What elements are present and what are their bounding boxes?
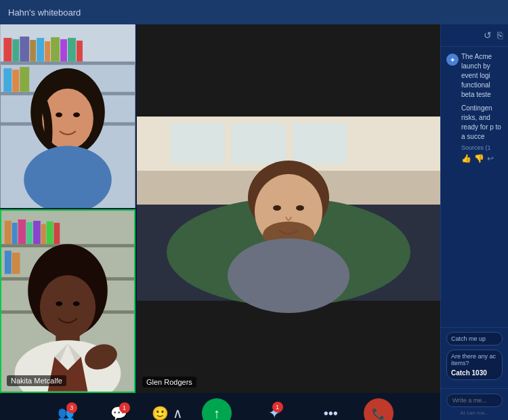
react-button[interactable]: 🙂 ∧ React (142, 400, 192, 420)
participants-button[interactable]: 👥 3 Participants (37, 400, 95, 420)
leave-icon: 📞 (364, 398, 394, 420)
thumbs-up-icon[interactable]: 👍 (461, 154, 471, 163)
ai-panel-header: ↺ ⎘ (441, 24, 508, 47)
svg-rect-50 (47, 222, 54, 244)
svg-rect-7 (20, 37, 29, 62)
leave-button[interactable]: 📞 Leave (354, 393, 403, 420)
nakita-video (1, 211, 134, 392)
svg-point-38 (296, 205, 304, 211)
ai-badge: 1 (272, 402, 283, 413)
react-icon: 🙂 ∧ (152, 405, 183, 420)
ai-message-text-2: Contingen risks, and ready for p to a su… (461, 104, 503, 142)
ai-companion-button[interactable]: ✦ 1 AI Companion (241, 399, 308, 420)
svg-rect-15 (3, 68, 12, 92)
share-button[interactable]: ↑ Share (192, 393, 241, 420)
svg-rect-16 (12, 70, 19, 92)
svg-rect-12 (60, 39, 67, 62)
action-items-label: Are there any ac items? (451, 353, 496, 366)
svg-point-57 (40, 275, 96, 339)
ai-feedback-row: 👍 👎 ↩ (461, 154, 503, 163)
ai-companion-icon: ✦ 1 (268, 404, 280, 420)
app-header: Hahn's whiteboard (0, 0, 508, 24)
catch-highlight: Catch 1030 (451, 369, 498, 377)
svg-rect-11 (51, 37, 60, 62)
svg-rect-46 (18, 219, 26, 244)
ai-sources[interactable]: Sources (1 (461, 144, 503, 151)
glen-name-label: Glen Rodgers (142, 377, 196, 387)
svg-rect-53 (12, 253, 20, 274)
nakita-name-label: Nakita Metcalfe (7, 375, 66, 386)
video-grid: Glen Rodgers (0, 24, 440, 393)
video-cell-glen: Glen Rodgers (137, 24, 440, 393)
svg-point-36 (228, 238, 350, 313)
video-toolbar-area: Glen Rodgers (0, 24, 440, 420)
ai-disclaimer: AI can ma... (446, 410, 503, 416)
chat-icon: 💬 1 (110, 405, 127, 420)
window-title: Hahn's whiteboard (8, 7, 81, 18)
svg-rect-48 (33, 221, 41, 244)
catch-me-up-label: Catch me up (451, 335, 486, 342)
ai-message-input[interactable] (446, 394, 503, 407)
svg-rect-47 (26, 222, 33, 244)
svg-rect-8 (30, 40, 36, 62)
glen-video (137, 24, 440, 393)
svg-rect-2 (0, 62, 135, 65)
participants-badge: 3 (66, 402, 77, 413)
svg-rect-5 (3, 38, 12, 62)
main-layout: Glen Rodgers (0, 24, 508, 420)
chat-button[interactable]: 💬 1 Chat (95, 400, 142, 420)
more-button[interactable]: ••• More (307, 400, 354, 421)
svg-rect-51 (54, 223, 60, 244)
svg-rect-17 (20, 67, 29, 92)
svg-rect-6 (12, 39, 19, 62)
chat-badge: 1 (119, 402, 130, 413)
ai-suggestions-area: Catch me up Are there any ac items? Catc… (441, 327, 508, 388)
svg-point-23 (73, 112, 80, 117)
svg-rect-10 (45, 41, 50, 62)
export-icon[interactable]: ⎘ (497, 30, 503, 41)
thumbs-down-icon[interactable]: 👎 (474, 154, 484, 163)
svg-rect-45 (12, 223, 18, 244)
ai-companion-panel: ↺ ⎘ ✦ The Acme launch by event logi func… (440, 24, 508, 420)
svg-rect-49 (41, 224, 46, 244)
svg-rect-26 (171, 123, 225, 164)
svg-point-37 (273, 205, 281, 211)
history-icon[interactable]: ↺ (484, 30, 492, 41)
svg-rect-27 (232, 123, 286, 164)
svg-rect-14 (77, 41, 83, 62)
svg-rect-52 (5, 251, 12, 274)
video-cell-top-left (0, 24, 135, 208)
ai-input-area: AI can ma... (441, 388, 508, 420)
svg-rect-13 (68, 38, 76, 62)
ai-avatar: ✦ (446, 54, 459, 66)
ai-message-body: The Acme launch by event logi functional… (461, 52, 503, 163)
svg-rect-9 (37, 38, 44, 62)
svg-point-60 (56, 301, 62, 306)
svg-point-22 (56, 112, 62, 117)
meeting-toolbar: 👥 3 Participants 💬 1 Chat 🙂 ∧ React (0, 393, 440, 420)
share-icon: ↑ (202, 398, 232, 420)
ai-message: ✦ The Acme launch by event logi function… (446, 52, 503, 163)
ai-content-area: ✦ The Acme launch by event logi function… (441, 47, 508, 327)
person-1-video (0, 24, 135, 208)
catch-me-up-chip[interactable]: Catch me up (446, 332, 503, 345)
svg-point-61 (73, 301, 80, 306)
reply-icon[interactable]: ↩ (487, 154, 494, 163)
ai-message-text-1: The Acme launch by event logi functional… (461, 52, 503, 100)
svg-rect-28 (293, 123, 347, 164)
action-items-chip[interactable]: Are there any ac items? Catch 1030 (446, 350, 503, 380)
video-cell-nakita: Nakita Metcalfe (0, 209, 135, 393)
more-icon: ••• (324, 406, 338, 421)
svg-rect-44 (5, 221, 12, 244)
participants-icon: 👥 3 (58, 405, 75, 420)
video-area: Glen Rodgers (0, 24, 440, 393)
